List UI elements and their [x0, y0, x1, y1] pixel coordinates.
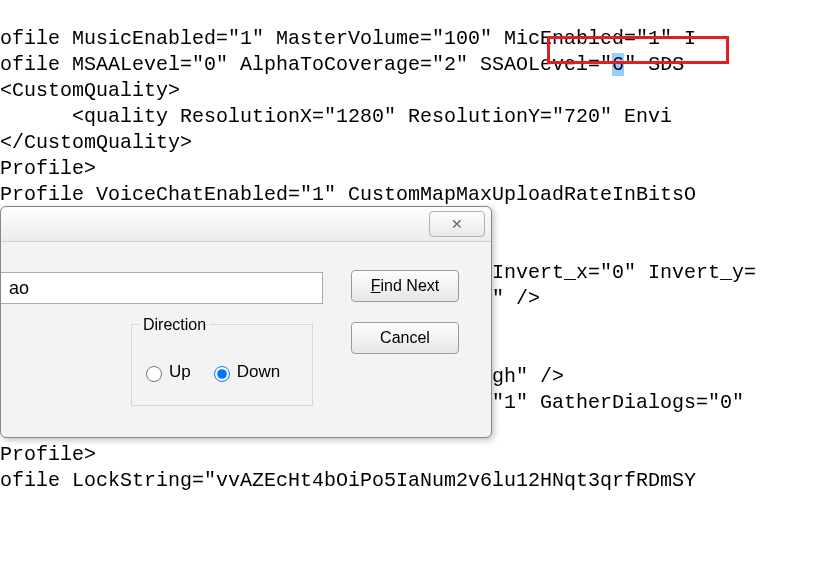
dialog-titlebar[interactable]: ✕: [1, 207, 491, 242]
find-next-button[interactable]: Find Next: [351, 270, 459, 302]
direction-label: Direction: [139, 316, 210, 334]
code-line: <quality ResolutionX="1280" ResolutionY=…: [0, 105, 672, 128]
cancel-button[interactable]: Cancel: [351, 322, 459, 354]
code-line: ofile MSAALevel="0" AlphaToCoverage="2" …: [0, 53, 684, 76]
find-what-input[interactable]: [1, 272, 323, 304]
find-dialog: ✕ Find Next Cancel Direction Up Down: [0, 206, 492, 438]
close-button[interactable]: ✕: [429, 211, 485, 237]
radio-down-input[interactable]: [214, 366, 230, 382]
code-line: Profile>: [0, 157, 96, 180]
dialog-body: Find Next Cancel Direction Up Down: [1, 242, 491, 438]
code-line: Profile>: [0, 443, 96, 466]
radio-down[interactable]: Down: [209, 362, 280, 382]
close-icon: ✕: [451, 216, 463, 232]
radio-up-input[interactable]: [146, 366, 162, 382]
code-line: ofile LockString="vvAZEcHt4bOiPo5IaNum2v…: [0, 469, 696, 492]
radio-up[interactable]: Up: [141, 362, 191, 382]
code-line: </CustomQuality>: [0, 131, 192, 154]
code-line: <CustomQuality>: [0, 79, 180, 102]
selected-text: 6: [612, 53, 624, 76]
direction-radios: Up Down: [141, 362, 280, 382]
code-line: ofile MusicEnabled="1" MasterVolume="100…: [0, 27, 696, 50]
code-line: Profile VoiceChatEnabled="1" CustomMapMa…: [0, 183, 696, 206]
